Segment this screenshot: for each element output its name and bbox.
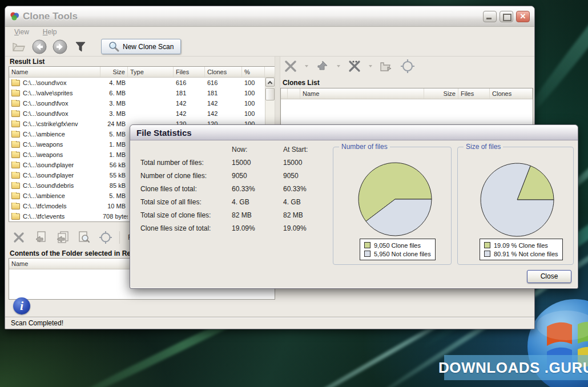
toolbar-separator <box>119 231 120 244</box>
delete-icon <box>13 231 25 244</box>
copy-docs-button[interactable] <box>54 229 70 245</box>
folder-icon <box>11 213 20 220</box>
target-icon <box>400 59 415 74</box>
back-icon <box>32 39 47 54</box>
folder-icon <box>11 152 20 158</box>
close-dialog-button[interactable]: Close <box>527 270 571 283</box>
export-icon <box>379 60 394 72</box>
legend-swatch <box>484 251 490 257</box>
target-button[interactable] <box>400 58 416 74</box>
contents-label: Contents of the Folder selected in Re <box>10 249 131 257</box>
clones-toolbar <box>283 57 416 76</box>
legend-swatch <box>364 242 370 248</box>
delete-icon <box>284 59 297 73</box>
col-clones[interactable]: Clones <box>490 88 533 99</box>
folder-icon <box>11 80 20 86</box>
watermark-text-right: .GURU <box>545 359 588 377</box>
new-clone-scan-label: New Clone Scan <box>123 43 174 51</box>
watermark-text-left: DOWNLOADS <box>438 359 540 377</box>
folder-icon <box>11 203 20 209</box>
target-button[interactable] <box>98 229 114 245</box>
folder-icon <box>11 162 20 168</box>
result-row[interactable]: C:\...\sound\vox4. MB616616100 <box>9 78 265 88</box>
file-statistics-dialog: File Statistics Now:At Start:Total numbe… <box>130 124 578 289</box>
move-up-icon <box>316 59 329 73</box>
maximize-button[interactable] <box>500 11 513 22</box>
status-text: Scan Completed! <box>11 319 63 327</box>
legend-item: 9,050 Clone files <box>364 241 431 249</box>
unclone-button[interactable] <box>347 58 363 74</box>
scroll-up-button[interactable] <box>265 78 275 87</box>
app-icon <box>10 11 19 21</box>
clones-list-header: Name Size Files Clones <box>281 88 533 99</box>
move-up-button[interactable] <box>315 58 331 74</box>
col-size[interactable]: Size <box>424 88 458 99</box>
result-list-label: Result List <box>10 58 45 66</box>
info-icon: i <box>13 297 30 315</box>
import-doc-button[interactable] <box>33 229 49 245</box>
col-blank[interactable] <box>288 88 300 99</box>
col-clones[interactable]: Clones <box>205 67 242 77</box>
col-files[interactable]: Files <box>458 88 490 99</box>
result-row[interactable]: C:\...\sound\fvox3. MB142142100 <box>9 108 265 119</box>
copy-docs-icon <box>55 231 70 244</box>
folder-icon <box>11 183 20 189</box>
legend-item: 5,950 Not clone files <box>364 249 431 258</box>
status-bar: Scan Completed! <box>5 317 534 329</box>
number-of-files-groupbox: Number of files 9,050 Clone files5,950 N… <box>333 147 452 265</box>
folder-icon <box>11 172 20 179</box>
result-row[interactable]: C:\...\sound\fvox3. MB142142100 <box>9 98 265 108</box>
open-folder-icon <box>12 41 26 53</box>
col-type[interactable]: Type <box>128 67 174 77</box>
forward-icon <box>53 39 67 54</box>
legend-item: 80.91 % Not clone files <box>484 249 558 258</box>
result-row[interactable]: C:\...\valve\sprites6. MB181181100 <box>9 88 265 98</box>
forward-button[interactable] <box>52 39 68 55</box>
delete-clone-button[interactable] <box>283 58 299 74</box>
col-files[interactable]: Files <box>174 67 205 77</box>
size-of-files-pie-chart <box>474 157 560 243</box>
close-window-button[interactable]: ✕ <box>516 11 530 22</box>
pie-legend: 9,050 Clone files5,950 Not clone files <box>360 239 436 260</box>
filter-button[interactable] <box>73 39 88 55</box>
col-pct[interactable]: % <box>242 67 265 77</box>
folder-icon <box>11 193 20 199</box>
folder-icon <box>11 121 20 127</box>
desktop: Clone Tools ✕ View Help <box>0 0 588 387</box>
dialog-titlebar[interactable]: File Statistics <box>130 125 578 140</box>
col-name[interactable]: Name <box>9 67 100 77</box>
menu-view[interactable]: View <box>14 28 29 36</box>
new-clone-scan-button[interactable]: New Clone Scan <box>101 39 181 54</box>
menu-help[interactable]: Help <box>43 28 57 36</box>
menu-bar: View Help <box>5 27 534 37</box>
back-button[interactable] <box>31 39 47 55</box>
clones-list-label: Clones List <box>283 79 320 87</box>
unclone-icon <box>347 59 362 73</box>
unclone-dropdown-arrow[interactable] <box>369 65 372 67</box>
filter-icon <box>74 41 87 53</box>
folder-icon <box>11 131 20 138</box>
export-button[interactable] <box>378 58 394 74</box>
minimize-button[interactable] <box>483 11 497 22</box>
open-folder-button[interactable] <box>11 39 27 55</box>
stats-grid: Now:At Start:Total number of files:15000… <box>140 146 336 232</box>
target-icon <box>99 231 112 244</box>
preview-doc-icon <box>77 231 91 244</box>
delete-dropdown-arrow[interactable] <box>305 65 308 67</box>
folder-icon <box>11 111 20 117</box>
col-name[interactable]: Name <box>9 259 135 269</box>
col-name[interactable]: Name <box>300 88 424 99</box>
move-dropdown-arrow[interactable] <box>337 65 340 67</box>
col-blank[interactable] <box>281 88 288 99</box>
legend-swatch <box>364 251 370 257</box>
scroll-thumb[interactable] <box>265 88 275 100</box>
watermark-banner: DOWNLOADS .GURU <box>444 355 588 380</box>
preview-doc-button[interactable] <box>76 229 92 245</box>
size-of-files-groupbox: Size of files 19.09 % Clone files80.91 %… <box>457 147 574 265</box>
titlebar[interactable]: Clone Tools ✕ <box>5 6 534 27</box>
window-title: Clone Tools <box>23 11 78 22</box>
col-size[interactable]: Size <box>100 67 128 77</box>
main-toolbar: New Clone Scan <box>5 37 534 57</box>
delete-file-button[interactable] <box>11 229 27 245</box>
legend-swatch <box>484 242 490 248</box>
